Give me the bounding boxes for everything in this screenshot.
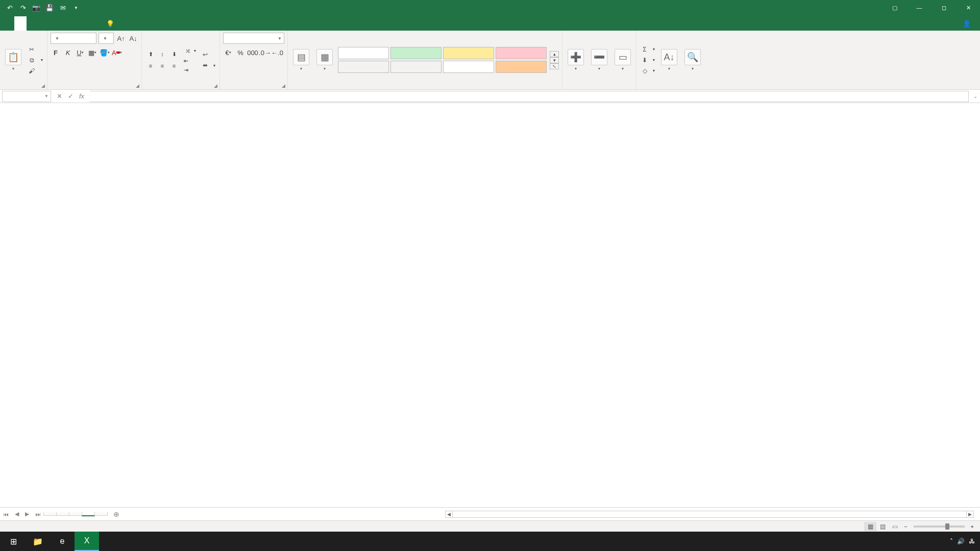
tab-suchen[interactable]: 💡 xyxy=(100,16,122,31)
expand-formula-icon[interactable]: ⌄ xyxy=(971,93,980,99)
dialog-launcher-icon[interactable]: ◢ xyxy=(282,83,285,88)
merge-button[interactable]: ⬌▾ xyxy=(200,61,216,70)
save-icon[interactable]: 💾 xyxy=(45,3,54,12)
tray-volume-icon[interactable]: 🔊 xyxy=(957,538,965,545)
email-icon[interactable]: ✉ xyxy=(58,3,67,12)
cellstyle-schlecht[interactable] xyxy=(496,47,547,59)
enter-formula-icon[interactable]: ✓ xyxy=(65,91,76,102)
border-button[interactable]: ▦▾ xyxy=(87,47,97,58)
cellstyle-standard[interactable] xyxy=(338,47,389,59)
cellstyle-eingabe[interactable] xyxy=(496,61,547,73)
thousands-format-icon[interactable]: 000 xyxy=(248,47,258,58)
horizontal-scrollbar[interactable]: ◀ ▶ xyxy=(445,511,974,518)
cellstyle-ausgabe[interactable] xyxy=(338,61,389,73)
zoom-out-icon[interactable]: − xyxy=(904,523,907,530)
file-explorer-icon[interactable]: 📁 xyxy=(26,532,50,551)
dialog-launcher-icon[interactable]: ◢ xyxy=(214,83,217,88)
sheet-tab-suche[interactable] xyxy=(69,512,82,516)
bold-button[interactable]: F xyxy=(51,47,61,58)
close-icon[interactable]: ✕ xyxy=(957,0,980,15)
cut-button[interactable]: ✂ xyxy=(27,45,44,54)
accounting-format-icon[interactable]: €▾ xyxy=(223,47,233,58)
sheet-tab-summen[interactable] xyxy=(94,512,108,516)
cellstyle-neutral[interactable] xyxy=(443,47,494,59)
tab-start[interactable] xyxy=(14,16,27,31)
sheet-tab-liefertermine[interactable] xyxy=(82,512,95,516)
number-format-dropdown[interactable]: ▼ xyxy=(223,33,284,44)
find-select-button[interactable]: 🔍▾ xyxy=(682,38,703,83)
insert-cells-button[interactable]: ➕▾ xyxy=(566,38,586,83)
clear-button[interactable]: ◇▾ xyxy=(640,66,656,76)
percent-format-icon[interactable]: % xyxy=(235,47,246,58)
underline-button[interactable]: U▾ xyxy=(75,47,85,58)
tab-nav-next-icon[interactable]: ▶ xyxy=(22,511,32,517)
styles-up-icon[interactable]: ▴ xyxy=(550,51,559,57)
spreadsheet-grid[interactable] xyxy=(0,103,980,507)
tab-formeln[interactable] xyxy=(51,16,63,31)
decrease-indent-icon[interactable]: ⇤ xyxy=(183,57,197,65)
quickprint-icon[interactable]: 📷 xyxy=(32,3,41,12)
align-top-icon[interactable]: ⬆ xyxy=(145,48,156,60)
tab-nav-last-icon[interactable]: ⏭ xyxy=(32,511,44,517)
start-button[interactable]: ⊞ xyxy=(1,532,26,551)
increase-font-icon[interactable]: A↑ xyxy=(116,33,126,44)
font-name-dropdown[interactable]: ▼ xyxy=(51,33,96,44)
increase-decimal-icon[interactable]: .0→ xyxy=(260,47,270,58)
conditional-formatting-button[interactable]: ▤ ▾ xyxy=(291,38,311,83)
align-bottom-icon[interactable]: ⬇ xyxy=(168,48,180,60)
orientation-button[interactable]: ⤭▾ xyxy=(183,46,197,56)
name-box[interactable]: ▼ xyxy=(2,91,51,102)
minimize-icon[interactable]: — xyxy=(908,0,931,15)
paste-button[interactable]: 📋 ▾ xyxy=(3,38,23,83)
tab-ueberpruefen[interactable] xyxy=(76,16,88,31)
autosum-button[interactable]: Σ▾ xyxy=(640,45,656,54)
align-left-icon[interactable]: ≡ xyxy=(145,60,156,71)
formula-input[interactable] xyxy=(90,91,969,102)
tab-seitenlayout[interactable] xyxy=(39,16,51,31)
cancel-formula-icon[interactable]: ✕ xyxy=(54,91,64,102)
edge-icon[interactable]: e xyxy=(50,532,75,551)
scroll-left-icon[interactable]: ◀ xyxy=(446,511,453,517)
view-pagebreak-icon[interactable]: ▭ xyxy=(889,522,901,531)
zoom-in-icon[interactable]: + xyxy=(971,523,974,530)
tab-datei[interactable] xyxy=(2,16,14,31)
undo-icon[interactable]: ↶ xyxy=(5,3,14,12)
font-color-button[interactable]: A▾ xyxy=(112,47,122,58)
ribbon-display-icon[interactable]: ▢ xyxy=(883,0,906,15)
align-center-icon[interactable]: ≡ xyxy=(157,60,168,71)
delete-cells-button[interactable]: ➖▾ xyxy=(589,38,609,83)
view-normal-icon[interactable]: ▦ xyxy=(864,522,876,531)
increase-indent-icon[interactable]: ⇥ xyxy=(183,66,197,74)
cellstyle-berechnung[interactable] xyxy=(390,61,442,73)
scroll-right-icon[interactable]: ▶ xyxy=(966,511,973,517)
zoom-slider[interactable] xyxy=(914,525,965,528)
tab-nav-first-icon[interactable]: ⏮ xyxy=(0,511,12,517)
dialog-launcher-icon[interactable]: ◢ xyxy=(41,83,45,88)
format-painter-button[interactable]: 🖌 xyxy=(27,66,44,76)
redo-icon[interactable]: ↷ xyxy=(18,3,28,12)
wrap-text-button[interactable]: ↩ xyxy=(200,50,216,59)
tab-einfuegen[interactable] xyxy=(27,16,39,31)
sort-filter-button[interactable]: A↓▾ xyxy=(659,38,679,83)
customize-qat-icon[interactable]: ▼ xyxy=(71,3,81,12)
tab-ansicht[interactable] xyxy=(88,16,100,31)
tab-nav-prev-icon[interactable]: ◀ xyxy=(12,511,22,517)
dialog-launcher-icon[interactable]: ◢ xyxy=(136,83,139,88)
sheet-tab-wildcard[interactable] xyxy=(56,512,69,516)
maximize-icon[interactable]: ◻ xyxy=(932,0,955,15)
sheet-tab-sverweis[interactable] xyxy=(43,512,57,516)
add-sheet-icon[interactable]: ⊕ xyxy=(111,510,122,518)
align-middle-icon[interactable]: ↕ xyxy=(157,48,168,60)
align-right-icon[interactable]: ≡ xyxy=(168,60,180,71)
font-size-dropdown[interactable]: ▼ xyxy=(99,33,114,44)
fill-color-button[interactable]: 🪣▾ xyxy=(100,47,110,58)
share-button[interactable]: 👤 xyxy=(955,17,980,31)
italic-button[interactable]: K xyxy=(63,47,73,58)
tray-network-icon[interactable]: 🖧 xyxy=(969,538,975,545)
styles-more-icon[interactable]: ⤡ xyxy=(550,63,559,69)
tab-daten[interactable] xyxy=(63,16,76,31)
copy-button[interactable]: ⧉▾ xyxy=(27,56,44,65)
insert-function-icon[interactable]: fx xyxy=(77,91,87,102)
tray-chevron-icon[interactable]: ˄ xyxy=(950,538,953,545)
cellstyle-gut[interactable] xyxy=(390,47,442,59)
